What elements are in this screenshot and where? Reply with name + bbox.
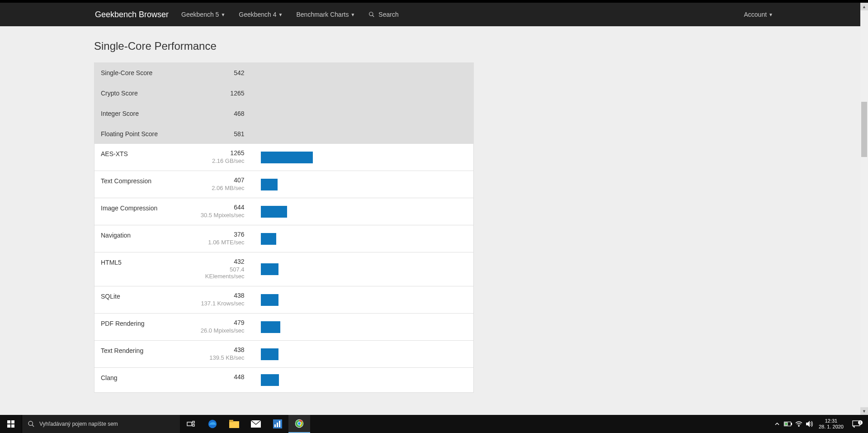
- scroll-thumb[interactable]: [861, 102, 867, 157]
- vertical-scrollbar[interactable]: ▲ ▼: [860, 3, 868, 415]
- bar-fill: [261, 374, 279, 386]
- benchmark-bar-cell: [253, 286, 474, 314]
- tray-time: 12:31: [819, 418, 844, 424]
- start-button[interactable]: [0, 415, 22, 433]
- tray-overflow[interactable]: [772, 422, 783, 426]
- chrome-icon: [295, 419, 304, 428]
- summary-row: Floating Point Score581: [94, 124, 474, 144]
- taskbar-app-explorer[interactable]: [223, 415, 245, 433]
- chevron-down-icon: ▼: [350, 12, 355, 17]
- benchmark-row: Navigation3761.06 MTE/sec: [94, 225, 474, 252]
- svg-rect-2: [7, 420, 10, 423]
- benchmark-score-cell: 12652.16 GB/sec: [194, 144, 253, 171]
- benchmark-score: 644: [200, 204, 245, 211]
- summary-empty: [253, 63, 474, 83]
- benchmark-score: 479: [200, 319, 245, 326]
- benchmark-score-cell: 448: [194, 368, 253, 393]
- wifi-icon: [795, 421, 802, 427]
- tray-battery[interactable]: [783, 422, 793, 426]
- summary-row: Single-Core Score542: [94, 63, 474, 83]
- taskbar-app-edge[interactable]: [202, 415, 223, 433]
- benchmark-score-cell: 4072.06 MB/sec: [194, 171, 253, 198]
- summary-empty: [253, 104, 474, 124]
- benchmark-subscore: 1.06 MTE/sec: [200, 239, 245, 246]
- svg-line-7: [32, 425, 34, 427]
- svg-line-1: [373, 15, 374, 17]
- benchmark-bar-cell: [253, 314, 474, 341]
- summary-label: Single-Core Score: [94, 63, 194, 83]
- benchmark-name: Text Compression: [94, 171, 194, 198]
- benchmark-name: Clang: [94, 368, 194, 393]
- battery-icon: [784, 422, 792, 426]
- nav-account[interactable]: Account ▼: [744, 11, 774, 18]
- task-view-icon: [187, 421, 195, 427]
- summary-empty: [253, 83, 474, 104]
- benchmark-subscore: 26.0 Mpixels/sec: [200, 327, 245, 334]
- edge-icon: [208, 419, 217, 429]
- benchmark-score: 1265: [200, 149, 245, 157]
- svg-point-22: [298, 422, 301, 425]
- benchmark-score-cell: 438139.5 KB/sec: [194, 341, 253, 368]
- benchmark-name: Image Compression: [94, 198, 194, 225]
- nav-benchmark-charts[interactable]: Benchmark Charts ▼: [297, 11, 355, 18]
- taskbar-app-geekbench[interactable]: [267, 415, 288, 433]
- bar-track: [261, 152, 467, 163]
- nav-geekbench4[interactable]: Geekbench 4 ▼: [239, 11, 283, 18]
- task-view-button[interactable]: [180, 415, 202, 433]
- benchmark-subscore: 139.5 KB/sec: [200, 354, 245, 361]
- nav-item-label: Search: [378, 11, 398, 18]
- search-icon: [28, 420, 35, 428]
- tray-notifications[interactable]: 1: [847, 420, 865, 428]
- taskbar-search[interactable]: Vyhľadávaný pojem napíšte sem: [22, 415, 180, 433]
- svg-rect-3: [11, 420, 14, 423]
- tray-clock[interactable]: 12:31 28. 1. 2020: [815, 418, 847, 430]
- benchmark-bar-cell: [253, 144, 474, 171]
- scroll-up-button[interactable]: ▲: [860, 3, 868, 10]
- benchmark-row: Clang448: [94, 368, 474, 393]
- bar-track: [261, 206, 467, 218]
- nav-geekbench5[interactable]: Geekbench 5 ▼: [181, 11, 225, 18]
- summary-score: 581: [194, 124, 253, 144]
- bar-track: [261, 179, 467, 190]
- svg-rect-13: [229, 420, 233, 422]
- benchmark-row: SQLite438137.1 Krows/sec: [94, 286, 474, 314]
- summary-empty: [253, 124, 474, 144]
- benchmark-subscore: 137.1 Krows/sec: [200, 300, 245, 307]
- benchmark-score: 438: [200, 346, 245, 353]
- benchmark-bar-cell: [253, 225, 474, 252]
- scroll-down-button[interactable]: ▼: [860, 407, 868, 415]
- taskbar-app-chrome[interactable]: [288, 415, 310, 433]
- taskbar-app-mail[interactable]: [245, 415, 267, 433]
- benchmark-bar-cell: [253, 368, 474, 393]
- svg-point-0: [369, 12, 373, 16]
- bar-fill: [261, 233, 276, 245]
- taskbar: Vyhľadávaný pojem napíšte sem: [0, 415, 868, 433]
- benchmark-row: HTML5432507.4 KElements/sec: [94, 252, 474, 286]
- svg-rect-25: [785, 423, 788, 425]
- scroll-track[interactable]: [860, 10, 868, 407]
- svg-point-6: [28, 421, 33, 425]
- volume-icon: [806, 421, 813, 427]
- chart-icon: [273, 419, 282, 428]
- benchmark-score: 438: [200, 292, 245, 299]
- brand[interactable]: Geekbench Browser: [95, 10, 169, 19]
- svg-rect-8: [187, 422, 192, 426]
- chevron-down-icon: ▼: [278, 12, 283, 17]
- bar-track: [261, 263, 467, 275]
- navbar: Geekbench Browser Geekbench 5 ▼ Geekbenc…: [0, 3, 868, 26]
- benchmark-row: PDF Rendering47926.0 Mpixels/sec: [94, 314, 474, 341]
- tray-volume[interactable]: [804, 421, 815, 427]
- bar-fill: [261, 348, 279, 360]
- svg-marker-27: [806, 421, 810, 427]
- benchmark-score-cell: 3761.06 MTE/sec: [194, 225, 253, 252]
- nav-search[interactable]: Search: [368, 11, 398, 18]
- benchmark-score-cell: 438137.1 Krows/sec: [194, 286, 253, 314]
- summary-label: Integer Score: [94, 104, 194, 124]
- tray-wifi[interactable]: [793, 421, 804, 427]
- benchmark-bar-cell: [253, 252, 474, 286]
- page-content: Single-Core Performance Single-Core Scor…: [94, 26, 569, 415]
- bar-track: [261, 348, 467, 360]
- benchmark-score: 448: [200, 373, 245, 381]
- benchmark-name: AES-XTS: [94, 144, 194, 171]
- summary-score: 468: [194, 104, 253, 124]
